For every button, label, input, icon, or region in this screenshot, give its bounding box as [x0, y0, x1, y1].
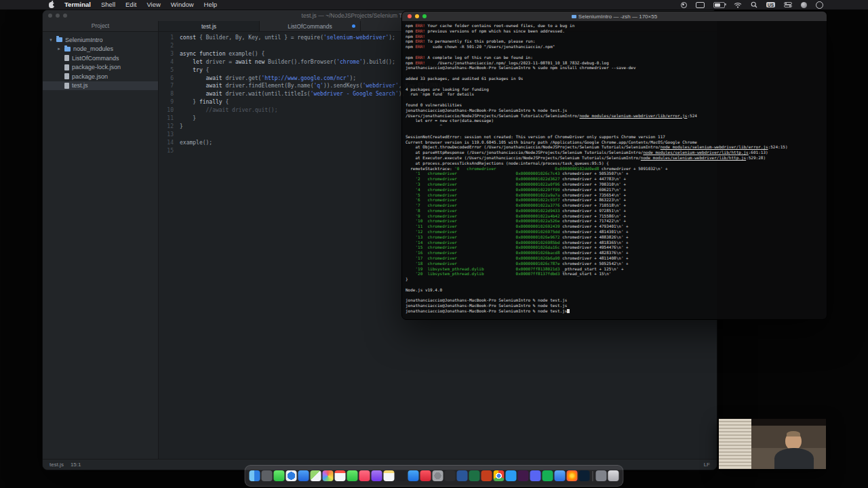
dock-news-icon[interactable]: [420, 470, 431, 481]
menu-view[interactable]: View: [146, 0, 160, 9]
dock-launchpad-icon[interactable]: [262, 470, 273, 481]
file-icon: [64, 55, 69, 61]
terminal-line: at parseHttpResponse (/Users/jonathancia…: [406, 150, 823, 155]
terminal-line: /Users/jonathanciaccio/NodeJSProjects/Se…: [406, 113, 823, 119]
line-number: 5: [159, 66, 180, 75]
menu-help[interactable]: Help: [204, 0, 218, 9]
terminal-line: '4 chromedriver 0x000000010229ff99 chrom…: [406, 187, 823, 192]
status-filename: test.js: [50, 462, 64, 468]
terminal-line: at process.processTicksAndRejections (no…: [406, 161, 823, 166]
file-icon: [64, 73, 69, 79]
menu-shell[interactable]: Shell: [101, 0, 115, 9]
dock-tv-icon[interactable]: [396, 470, 407, 481]
dock-facetime-icon[interactable]: [347, 470, 358, 481]
terminal-line: added 33 packages, and audited 61 packag…: [406, 76, 823, 81]
dock-calendar-icon[interactable]: [335, 470, 346, 481]
terminal-line: jonathanciaccio@Jonathans-MacBook-Pro Se…: [406, 308, 823, 314]
terminal-line: [406, 81, 823, 87]
line-number: 3: [159, 50, 180, 58]
tab-listofcommands[interactable]: ListOfCommands: [260, 21, 361, 31]
dock-notes-icon[interactable]: [384, 470, 395, 481]
dock-vscode-icon[interactable]: [506, 470, 517, 481]
menu-edit[interactable]: Edit: [125, 0, 136, 9]
battery-icon[interactable]: [713, 2, 725, 8]
dock-discord-icon[interactable]: [530, 470, 541, 481]
display-icon[interactable]: [696, 2, 705, 8]
screen-recording-icon[interactable]: [681, 2, 687, 8]
file-icon: [64, 64, 69, 70]
dock-music-icon[interactable]: [359, 470, 370, 481]
spotlight-search-icon[interactable]: [751, 1, 757, 8]
tab-label: ListOfCommands: [288, 23, 332, 30]
webcam-window-light: [719, 419, 751, 469]
dock-system-settings-icon[interactable]: [433, 470, 443, 481]
dock-word-icon[interactable]: [457, 470, 468, 481]
line-number: 1: [159, 34, 180, 42]
sidebar-title: Project: [43, 21, 159, 31]
file-tree-item-listofcommands[interactable]: ListOfCommands: [43, 54, 158, 63]
terminal-line: '5 chromedriver 0x00000001022a9a7a chrom…: [406, 192, 823, 198]
dock-divider: [593, 471, 593, 481]
file-tree-item-package-lock.json[interactable]: package-lock.json: [43, 63, 158, 73]
status-line-ending[interactable]: LF: [704, 462, 710, 468]
apple-menu-icon[interactable]: [49, 2, 54, 8]
input-source-icon[interactable]: US: [766, 2, 775, 7]
menubar-app-name[interactable]: Terminal: [64, 0, 91, 9]
dock-slack-icon[interactable]: [518, 470, 529, 481]
disclosure-triangle-icon[interactable]: ▾: [48, 37, 54, 43]
file-tree-item-seleniumintro[interactable]: ▾SeleniumIntro: [43, 35, 158, 45]
menu-window[interactable]: Window: [171, 0, 194, 9]
dock-safari-icon[interactable]: [286, 470, 297, 481]
dock-powerpoint-icon[interactable]: [481, 470, 492, 481]
dock-app-store-icon[interactable]: [408, 470, 419, 481]
terminal-line: '17 chromedriver 0x00000001026b6a90 chro…: [406, 256, 823, 261]
terminal-line: }: [406, 277, 823, 282]
dock-chrome-icon[interactable]: [494, 470, 505, 481]
terminal-window: SeleniumIntro — -zsh — 170×55 npm ERR! Y…: [401, 11, 827, 320]
file-name: ListOfCommands: [72, 55, 119, 62]
siri-icon[interactable]: [801, 2, 807, 8]
file-tree-item-test.js[interactable]: test.js: [43, 81, 158, 91]
terminal-line: '1 chromedriver 0x00000001026c7c43 chrom…: [406, 171, 823, 176]
line-number: 15: [159, 147, 180, 155]
dock-finder-icon[interactable]: [250, 470, 260, 481]
terminal-line: '20 libsystem_pthread.dylib 0x00007ff813…: [406, 271, 823, 277]
file-tree-item-package.json[interactable]: package.json: [43, 72, 158, 81]
dock-firefox-icon[interactable]: [567, 470, 578, 481]
terminal-line: '11 chromedriver 0x0000000102692439 chro…: [406, 224, 823, 229]
notification-center-icon[interactable]: [816, 1, 823, 9]
file-tree-item-node_modules[interactable]: ▸node_modules: [43, 45, 158, 54]
dock-mail-icon[interactable]: [298, 470, 309, 481]
webcam-overlay[interactable]: [719, 419, 826, 469]
dock-photos-icon[interactable]: [323, 470, 334, 481]
dock-excel-icon[interactable]: [469, 470, 480, 481]
dock-podcasts-icon[interactable]: [372, 470, 382, 481]
dock-spotify-icon[interactable]: [542, 470, 553, 481]
tab-test.js[interactable]: test.js: [159, 21, 260, 31]
file-name: package-lock.json: [72, 64, 121, 70]
status-cursor-position: 15:1: [71, 462, 81, 468]
wifi-icon[interactable]: [734, 2, 742, 8]
terminal-line: '2 chromedriver 0x00000001022d3627 chrom…: [406, 176, 823, 182]
dock-downloads-icon[interactable]: [596, 470, 607, 481]
disclosure-triangle-icon[interactable]: ▸: [56, 46, 62, 52]
terminal-line: npm ERR! To permanently fix this problem…: [406, 39, 823, 44]
dock-trash-icon[interactable]: [608, 470, 619, 481]
terminal-line: Node.js v19.4.0: [406, 287, 823, 293]
folder-icon: [64, 47, 71, 52]
terminal-line: 4 packages are looking for funding: [406, 87, 823, 92]
dock-photoshop-icon[interactable]: [579, 470, 590, 481]
dock-maps-icon[interactable]: [311, 470, 321, 481]
folder-icon: [572, 15, 576, 18]
terminal-line: let err = new ctor(data.message): [406, 118, 823, 123]
line-number: 11: [159, 115, 180, 123]
control-center-icon[interactable]: [784, 2, 792, 7]
dock-terminal-icon[interactable]: [445, 470, 456, 481]
terminal-titlebar[interactable]: SeleniumIntro — -zsh — 170×55: [402, 12, 827, 21]
terminal-output[interactable]: npm ERR! Your cache folder contains root…: [402, 21, 827, 319]
dock-xcode-icon[interactable]: [555, 470, 566, 481]
desktop: Terminal ShellEditViewWindowHelp US test…: [0, 0, 868, 488]
terminal-line: '15 chromedriver 0x00000001026da16c chro…: [406, 245, 823, 250]
menubar-status-icons: US: [681, 1, 868, 9]
dock-messages-icon[interactable]: [274, 470, 285, 481]
